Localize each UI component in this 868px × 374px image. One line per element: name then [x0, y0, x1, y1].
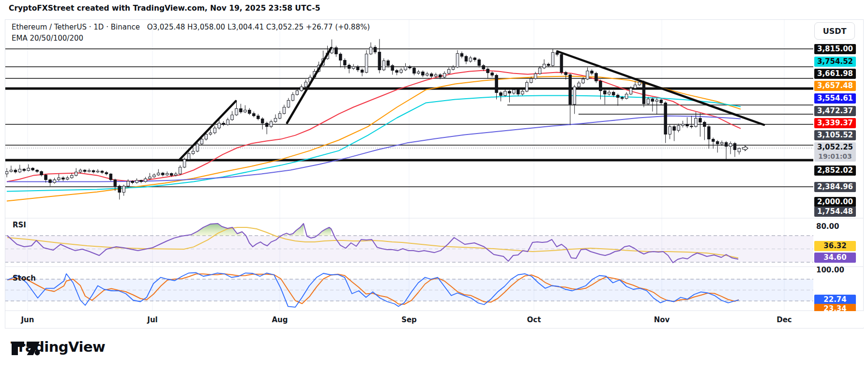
tradingview-logo-icon	[11, 339, 41, 358]
symbol-title-row[interactable]: Ethereum / TetherUS · 1D · Binance O3,02…	[12, 23, 370, 31]
price-scale-label[interactable]: 3,105.52	[814, 130, 856, 140]
time-axis-month-aug[interactable]: Aug	[272, 315, 288, 324]
time-axis-month-sep[interactable]: Sep	[401, 315, 417, 324]
stoch-pane-label[interactable]: Stoch	[13, 274, 36, 283]
indicator-scale-label: 80.00	[816, 222, 839, 231]
price-scale-label[interactable]: 3,472.37	[814, 106, 856, 116]
price-scale-label[interactable]: 2,384.96	[814, 182, 856, 192]
price-scale-label[interactable]: 22.74	[814, 295, 856, 305]
symbol-name[interactable]: Ethereum / TetherUS	[12, 23, 87, 31]
scale-bottom-mask	[809, 311, 868, 328]
interval[interactable]: 1D	[93, 23, 104, 31]
time-axis-month-dec[interactable]: Dec	[777, 315, 792, 324]
rsi-pane-label[interactable]: RSI	[13, 221, 26, 229]
price-scale-label[interactable]: 36.32	[814, 241, 856, 251]
time-axis-month-jun[interactable]: Jun	[21, 315, 34, 324]
chart-card	[5, 19, 864, 329]
price-scale-label[interactable]: 2,852.02	[814, 165, 856, 176]
price-scale-label[interactable]: 3,815.00	[814, 44, 856, 54]
page: CryptoFXStreet created with TradingView.…	[0, 0, 868, 374]
currency-toggle-button[interactable]: USDT	[814, 22, 855, 40]
price-scale-label[interactable]: 3,657.48	[814, 81, 856, 91]
bar-countdown: 19:01:03	[814, 152, 856, 161]
ohlc-values: O3,025.48 H3,058.00 L3,004.41 C3,052.25 …	[147, 23, 370, 31]
current-price-value: 3,052.25	[814, 142, 856, 152]
indicator-scale-label: 100.00	[816, 266, 844, 274]
dot-sep2: ·	[106, 23, 111, 31]
ema-indicator-title[interactable]: EMA 20/50/100/200	[12, 34, 83, 43]
time-axis-month-jul[interactable]: Jul	[147, 315, 157, 324]
price-scale-label[interactable]: 34.60	[814, 253, 856, 263]
price-scale-label[interactable]: 3,754.52	[814, 57, 856, 67]
price-scale-label[interactable]: 3,339.37	[814, 118, 856, 128]
credit-line: CryptoFXStreet created with TradingView.…	[9, 4, 320, 13]
price-scale-label[interactable]: 1,754.48	[814, 207, 856, 217]
price-scale-label[interactable]: 3,661.98	[814, 69, 856, 79]
dot-sep1: ·	[89, 23, 94, 31]
price-scale-label[interactable]: 3,554.61	[814, 93, 856, 104]
time-axis-month-oct[interactable]: Oct	[527, 315, 541, 324]
current-price-label: 3,052.25 19:01:03	[814, 142, 856, 162]
time-axis-month-nov[interactable]: Nov	[654, 315, 670, 324]
exchange: Binance	[111, 23, 140, 31]
price-scale-label[interactable]: 2,000.00	[814, 197, 856, 207]
tradingview-logo: TradingView	[11, 339, 105, 355]
